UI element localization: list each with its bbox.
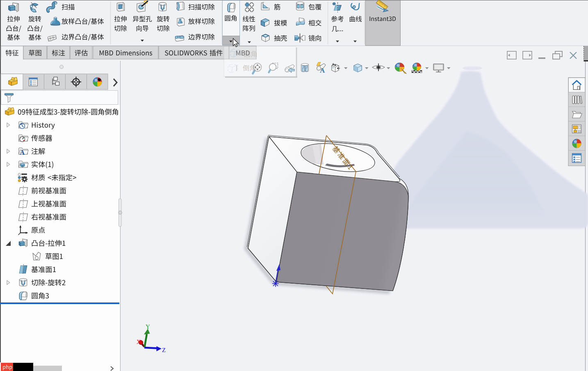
svg-text:X: X bbox=[137, 339, 141, 345]
svg-text:Y: Y bbox=[146, 323, 150, 330]
svg-text:A: A bbox=[20, 149, 25, 156]
svg-text:A: A bbox=[320, 67, 325, 74]
svg-text:Z: Z bbox=[162, 347, 166, 353]
